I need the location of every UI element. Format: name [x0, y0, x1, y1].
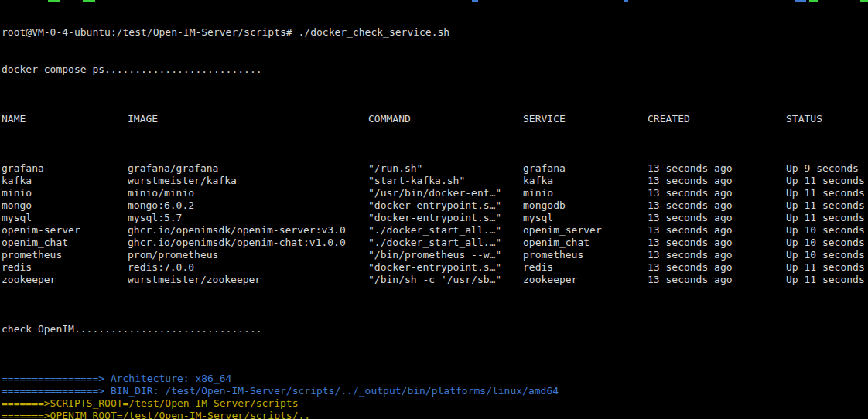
table-cell-command: "/usr/bin/docker-ent…"	[368, 187, 523, 199]
table-cell-command: "docker-entrypoint.s…"	[368, 261, 523, 274]
table-cell-created: 13 seconds ago	[648, 261, 786, 274]
table-cell-status: Up 11 seconds	[786, 187, 868, 199]
table-cell-image: prom/prometheus	[128, 249, 368, 261]
table-cell-created: 13 seconds ago	[648, 162, 786, 175]
table-cell-service: zookeeper	[523, 274, 648, 286]
table-cell-command: "./docker_start_all.…"	[368, 224, 523, 237]
table-cell-service: mysql	[523, 212, 648, 224]
table-row: kafkawurstmeister/kafka"start-kafka.sh"k…	[2, 175, 868, 187]
column-header-name: NAME	[2, 113, 128, 125]
shell-prompt-command: root@VM-0-4-ubuntu:/test/Open-IM-Server/…	[2, 26, 868, 39]
table-cell-command: "docker-entrypoint.s…"	[368, 199, 523, 212]
env-info-line: ================> Architecture: x86_64	[2, 373, 868, 385]
table-cell-service: grafana	[523, 162, 648, 175]
table-cell-command: "./docker_start_all.…"	[368, 237, 523, 249]
terminal-output: root@VM-0-4-ubuntu:/test/Open-IM-Server/…	[2, 2, 868, 419]
column-header-service: SERVICE	[523, 113, 648, 125]
table-cell-status: Up 11 seconds	[786, 199, 868, 212]
table-cell-created: 13 seconds ago	[648, 249, 786, 261]
table-row: mysqlmysql:5.7"docker-entrypoint.s…"mysq…	[2, 212, 868, 224]
table-cell-service: minio	[523, 187, 648, 199]
table-cell-created: 13 seconds ago	[648, 237, 786, 249]
table-cell-image: ghcr.io/openimsdk/openim-server:v3.0	[128, 224, 368, 237]
table-cell-image: mongo:6.0.2	[128, 199, 368, 212]
table-cell-command: "/bin/prometheus --w…"	[368, 249, 523, 261]
table-cell-name: redis	[2, 261, 128, 274]
table-cell-command: "docker-entrypoint.s…"	[368, 212, 523, 224]
table-cell-status: Up 10 seconds	[786, 224, 868, 237]
docker-table-header: NAME IMAGE COMMAND SERVICE CREATED STATU…	[2, 113, 868, 125]
table-cell-name: grafana	[2, 162, 128, 175]
table-cell-image: redis:7.0.0	[128, 261, 368, 274]
table-cell-image: wurstmeister/zookeeper	[128, 274, 368, 286]
table-row: mongomongo:6.0.2"docker-entrypoint.s…"mo…	[2, 199, 868, 212]
table-cell-name: openim_chat	[2, 237, 128, 249]
table-row: redisredis:7.0.0"docker-entrypoint.s…"re…	[2, 261, 868, 274]
table-row: prometheusprom/prometheus"/bin/prometheu…	[2, 249, 868, 261]
env-info-lines: ================> Architecture: x86_64==…	[2, 373, 868, 419]
table-cell-status: Up 11 seconds	[786, 175, 868, 187]
table-cell-name: zookeeper	[2, 274, 128, 286]
table-cell-service: openim_chat	[523, 237, 648, 249]
env-info-line: =======>SCRIPTS_ROOT=/test/Open-IM-Serve…	[2, 397, 868, 410]
table-cell-name: prometheus	[2, 249, 128, 261]
column-header-command: COMMAND	[368, 113, 523, 125]
table-cell-command: "/run.sh"	[368, 162, 523, 175]
table-cell-image: mysql:5.7	[128, 212, 368, 224]
table-row: zookeeperwurstmeister/zookeeper"/bin/sh …	[2, 274, 868, 286]
table-cell-status: Up 11 seconds	[786, 261, 868, 274]
table-cell-status: Up 11 seconds	[786, 274, 868, 286]
table-cell-created: 13 seconds ago	[648, 224, 786, 237]
env-info-line: ================> BIN_DIR: /test/Open-IM…	[2, 385, 868, 397]
table-cell-created: 13 seconds ago	[648, 187, 786, 199]
check-openim-line: check OpenIM............................…	[2, 323, 868, 336]
table-cell-service: openim_server	[523, 224, 648, 237]
table-cell-created: 13 seconds ago	[648, 175, 786, 187]
docker-table-body: grafanagrafana/grafana"/run.sh"grafana13…	[2, 162, 868, 286]
table-cell-image: grafana/grafana	[128, 162, 368, 175]
table-row: openim_chatghcr.io/openimsdk/openim-chat…	[2, 237, 868, 249]
table-cell-status: Up 10 seconds	[786, 237, 868, 249]
table-cell-service: prometheus	[523, 249, 648, 261]
env-info-line: =======>OPENIM_ROOT=/test/Open-IM-Server…	[2, 410, 868, 419]
table-cell-created: 13 seconds ago	[648, 199, 786, 212]
table-cell-status: Up 11 seconds	[786, 212, 868, 224]
table-row: miniominio/minio"/usr/bin/docker-ent…"mi…	[2, 187, 868, 199]
table-cell-name: openim-server	[2, 224, 128, 237]
table-cell-service: kafka	[523, 175, 648, 187]
table-cell-command: "start-kafka.sh"	[368, 175, 523, 187]
table-cell-name: mysql	[2, 212, 128, 224]
table-cell-name: minio	[2, 187, 128, 199]
table-cell-service: mongodb	[523, 199, 648, 212]
table-cell-created: 13 seconds ago	[648, 212, 786, 224]
table-cell-image: minio/minio	[128, 187, 368, 199]
table-cell-created: 13 seconds ago	[648, 274, 786, 286]
table-cell-image: ghcr.io/openimsdk/openim-chat:v1.0.0	[128, 237, 368, 249]
column-header-created: CREATED	[648, 113, 786, 125]
table-cell-status: Up 9 seconds	[786, 162, 868, 175]
table-cell-image: wurstmeister/kafka	[128, 175, 368, 187]
column-header-image: IMAGE	[128, 113, 368, 125]
column-header-status: STATUS	[786, 113, 868, 125]
table-row: grafanagrafana/grafana"/run.sh"grafana13…	[2, 162, 868, 175]
table-cell-service: redis	[523, 261, 648, 274]
table-cell-name: mongo	[2, 199, 128, 212]
table-row: openim-serverghcr.io/openimsdk/openim-se…	[2, 224, 868, 237]
terminal-screen[interactable]: root@VM-0-4-ubuntu:/test/Open-IM-Server/…	[0, 0, 868, 419]
table-cell-command: "/bin/sh -c '/usr/sb…"	[368, 274, 523, 286]
docker-compose-ps-line: docker-compose ps.......................…	[2, 63, 868, 76]
table-cell-status: Up 10 seconds	[786, 249, 868, 261]
table-cell-name: kafka	[2, 175, 128, 187]
